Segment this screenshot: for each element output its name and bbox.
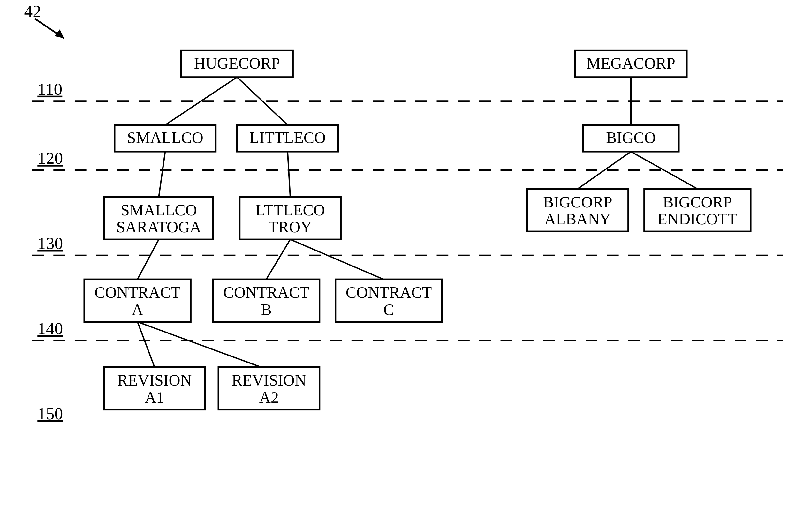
level-label-130: 130 — [37, 234, 63, 253]
edge-hugecorp-littleco — [237, 77, 287, 125]
node-smallco-saratoga-l2: SARATOGA — [116, 218, 201, 236]
node-revision-a2-l2: A2 — [259, 388, 279, 406]
node-contract-a-l2: A — [132, 301, 143, 319]
figure-number: 42 — [24, 2, 41, 21]
diagram-canvas: 42 110 120 130 140 150 HUGECORP SMALLCO … — [0, 0, 803, 532]
node-smallco-label: SMALLCO — [127, 129, 203, 147]
level-label-140: 140 — [37, 319, 63, 338]
edge-littleco-troy — [288, 152, 290, 197]
node-megacorp-label: MEGACORP — [586, 54, 675, 72]
edge-troy-contractb — [266, 239, 290, 279]
node-littleco-label: LITTLECO — [249, 129, 326, 147]
level-label-120: 120 — [37, 148, 63, 168]
node-revision-a2-l1: REVISION — [232, 371, 306, 389]
node-bigcorp-endicott-l2: ENDICOTT — [657, 210, 737, 228]
node-smallco-saratoga-l1: SMALLCO — [121, 201, 197, 219]
edge-contracta-reva2 — [137, 322, 261, 367]
node-lttleco-troy-l1: LTTLECO — [256, 201, 325, 219]
node-contract-b-l2: B — [261, 301, 272, 319]
node-bigco-label: BIGCO — [606, 129, 656, 147]
node-contract-b-l1: CONTRACT — [223, 283, 309, 301]
node-contract-c-l1: CONTRACT — [346, 283, 432, 301]
edge-saratoga-contracta — [137, 239, 159, 279]
node-hugecorp-label: HUGECORP — [194, 54, 280, 72]
node-bigcorp-endicott-l1: BIGCORP — [663, 193, 732, 211]
level-label-150: 150 — [37, 404, 63, 423]
level-label-110: 110 — [37, 79, 62, 99]
edge-bigco-endicott — [631, 152, 697, 189]
node-revision-a1-l2: A1 — [145, 388, 164, 406]
node-contract-c-l2: C — [384, 301, 394, 319]
edge-smallco-saratoga — [159, 152, 165, 197]
node-contract-a-l1: CONTRACT — [94, 283, 181, 301]
edge-troy-contractc — [290, 239, 384, 279]
edge-contracta-reva1 — [137, 322, 154, 367]
node-bigcorp-albany-l1: BIGCORP — [543, 193, 612, 211]
node-bigcorp-albany-l2: ALBANY — [544, 210, 611, 228]
node-revision-a1-l1: REVISION — [117, 371, 191, 389]
node-lttleco-troy-l2: TROY — [268, 218, 312, 236]
